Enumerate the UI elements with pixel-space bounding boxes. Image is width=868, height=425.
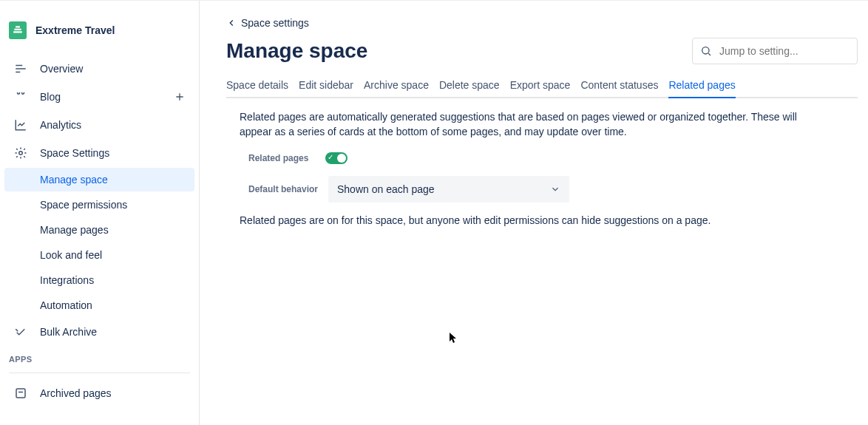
divider (9, 373, 190, 373)
sidebar-item-label: Automation (40, 299, 92, 311)
chevron-left-icon (226, 18, 237, 28)
tab-edit-sidebar[interactable]: Edit sidebar (299, 73, 353, 97)
sidebar-item-label: Blog (40, 91, 61, 103)
back-link[interactable]: Space settings (226, 17, 309, 29)
select-value: Shown on each page (337, 183, 435, 195)
settings-search-input[interactable] (719, 45, 850, 57)
check-icon: ✓ (328, 154, 333, 161)
sidebar-item-label: Archived pages (40, 387, 112, 399)
tabs: Space details Edit sidebar Archive space… (226, 73, 858, 98)
back-link-label: Space settings (241, 17, 309, 29)
toggle-row: Related pages ✓ (226, 152, 858, 164)
space-logo (9, 21, 27, 39)
sidebar-item-manage-pages[interactable]: Manage pages (4, 218, 194, 242)
sidebar-item-overview[interactable]: Overview (4, 55, 194, 82)
sidebar: Exxtreme Travel Overview Blog Analytics … (0, 1, 200, 425)
archived-pages-icon (13, 386, 28, 401)
sidebar-item-bulk-archive[interactable]: Bulk Archive (4, 319, 194, 345)
sidebar-item-label: Space Settings (40, 147, 109, 159)
main-content: Space settings Manage space Space detail… (200, 1, 868, 425)
sidebar-item-label: Bulk Archive (40, 326, 97, 338)
sidebar-item-label: Integrations (40, 274, 94, 286)
analytics-icon (13, 118, 28, 132)
add-blog-icon[interactable] (174, 91, 186, 103)
search-icon (700, 45, 712, 57)
related-pages-description: Related pages are automatically generate… (226, 110, 858, 139)
sidebar-item-archived-pages[interactable]: Archived pages (4, 380, 194, 407)
sidebar-item-label: Overview (40, 63, 83, 75)
settings-icon (13, 146, 28, 160)
toggle-knob (337, 154, 346, 163)
svg-point-2 (702, 47, 709, 54)
sidebar-item-label: Manage space (40, 174, 108, 186)
sidebar-item-label: Analytics (40, 119, 81, 131)
sidebar-item-analytics[interactable]: Analytics (4, 112, 194, 138)
tab-delete-space[interactable]: Delete space (439, 73, 500, 97)
sidebar-item-label: Space permissions (40, 199, 127, 211)
space-header: Exxtreme Travel (0, 14, 199, 55)
default-behavior-select[interactable]: Shown on each page (328, 176, 569, 203)
sidebar-item-space-settings[interactable]: Space Settings (4, 140, 194, 166)
overview-icon (13, 61, 28, 76)
toggle-label: Related pages (248, 153, 319, 163)
chevron-down-icon (550, 184, 560, 194)
tab-content-statuses[interactable]: Content statuses (580, 73, 658, 97)
tab-export-space[interactable]: Export space (510, 73, 571, 97)
sidebar-item-blog[interactable]: Blog (4, 84, 194, 110)
space-name: Exxtreme Travel (35, 24, 115, 36)
sidebar-item-label: Look and feel (40, 249, 102, 261)
tab-space-details[interactable]: Space details (226, 73, 288, 97)
default-behavior-row: Default behavior Shown on each page (226, 176, 858, 203)
title-row: Manage space (226, 38, 858, 64)
tab-archive-space[interactable]: Archive space (364, 73, 429, 97)
blog-icon (13, 89, 28, 104)
apps-section-label: APPS (0, 346, 199, 370)
sidebar-item-space-permissions[interactable]: Space permissions (4, 193, 194, 217)
related-pages-toggle[interactable]: ✓ (325, 152, 347, 164)
related-pages-note: Related pages are on for this space, but… (226, 214, 858, 226)
sidebar-item-manage-space[interactable]: Manage space (4, 168, 194, 191)
bulk-archive-icon (13, 324, 28, 339)
default-behavior-label: Default behavior (248, 184, 319, 194)
sidebar-item-label: Manage pages (40, 224, 109, 236)
tab-related-pages[interactable]: Related pages (668, 73, 735, 97)
sidebar-item-integrations[interactable]: Integrations (4, 268, 194, 292)
settings-search-box[interactable] (692, 38, 858, 64)
svg-point-0 (19, 152, 23, 155)
sidebar-item-automation[interactable]: Automation (4, 293, 194, 317)
page-title: Manage space (226, 39, 367, 63)
svg-rect-1 (16, 389, 25, 398)
sidebar-item-look-and-feel[interactable]: Look and feel (4, 243, 194, 267)
